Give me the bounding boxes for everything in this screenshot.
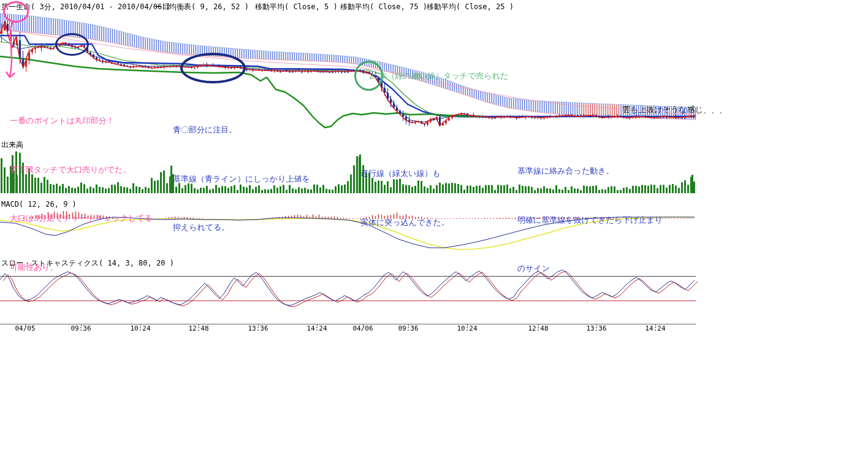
x-axis-tick-label: 04/05 bbox=[15, 324, 35, 332]
annotation-line: 遅行線（緑太い線）も bbox=[360, 166, 449, 182]
annotation-line: のサイン bbox=[517, 261, 663, 277]
indicator-label-ma5: 移動平均( Close, 5 ) bbox=[255, 2, 338, 12]
x-axis-tick-label: 10:24 bbox=[130, 324, 150, 332]
annotation-black-note: 雲も上抜けそうな感じ、、、 bbox=[622, 69, 727, 151]
annotation-line: 雲も上抜けそうな感じ、、、 bbox=[622, 102, 727, 118]
annotation-line: 一番のポイントは丸印部分！ bbox=[10, 113, 153, 129]
x-axis-tick-label: 14:24 bbox=[306, 324, 327, 332]
annotation-circle-navy-small bbox=[55, 33, 89, 56]
annotation-line: 基準線に絡み合った動き。 bbox=[517, 163, 663, 180]
x-axis-tick-label: 12:48 bbox=[528, 324, 548, 332]
annotation-ellipse-navy-large bbox=[180, 53, 246, 83]
x-axis-tick-label: 14:24 bbox=[645, 324, 665, 332]
indicator-label-ichimoku: 一目均衡表( 9, 26, 52 ) bbox=[154, 2, 249, 12]
annotation-line: 実体に突っ込んできた。 bbox=[360, 215, 449, 231]
x-axis-tick-label: 12:48 bbox=[188, 324, 208, 332]
annotation-circle-pink bbox=[3, 1, 29, 23]
x-axis-tick-label: 04/06 bbox=[352, 324, 373, 332]
x-axis-tick-label: 10:24 bbox=[457, 324, 477, 332]
annotation-blue-note-kijun: 青〇部分に注目。 基準線（青ライン）にしっかり上値を 抑えられてる。 bbox=[173, 90, 310, 269]
annotation-line: 25本（緑の細い線）タッチで売られた bbox=[369, 68, 508, 85]
annotation-pink-note: 一番のポイントは丸印部分！ 雲下限タッチで大口売りがでた。 大口は3分足でチャー… bbox=[10, 80, 153, 308]
chart-window: 第一生命( 3分, 2010/04/01 - 2010/04/06 ) 一目均衡… bbox=[0, 0, 868, 471]
x-axis-tick-label: 09:36 bbox=[398, 324, 418, 332]
annotation-line: 基準線（青ライン）にしっかり上値を bbox=[173, 171, 310, 188]
annotation-blue-note-lagging: 遅行線（緑太い線）も 実体に突っ込んできた。 bbox=[360, 133, 449, 263]
annotation-line: 明確に基準線を抜けてきたら下げ止まり bbox=[517, 212, 663, 229]
indicator-label-ma25: 移動平均( Close, 25 ) bbox=[427, 2, 514, 12]
annotation-line: 抑えられてる。 bbox=[173, 220, 310, 236]
x-axis-tick-label: 13:36 bbox=[586, 324, 606, 332]
annotation-blue-note-entangled: 基準線に絡み合った動き。 明確に基準線を抜けてきたら下げ止まり のサイン bbox=[517, 131, 663, 310]
pink-arrow-icon bbox=[4, 22, 20, 81]
annotation-line: 大口は3分足でチャートチェックしてる bbox=[10, 210, 153, 227]
annotation-line: 可能性あり。 bbox=[10, 259, 153, 276]
indicator-label-ma75: 移動平均( Close, 75 ) bbox=[340, 2, 427, 12]
x-axis-tick-label: 13:36 bbox=[248, 324, 268, 332]
annotation-green-note: 25本（緑の細い線）タッチで売られた bbox=[369, 36, 508, 117]
annotation-line: 雲下限タッチで大口売りがでた。 bbox=[10, 162, 153, 178]
annotation-line: 青〇部分に注目。 bbox=[173, 122, 310, 139]
x-axis-tick-label: 09:36 bbox=[70, 324, 91, 332]
